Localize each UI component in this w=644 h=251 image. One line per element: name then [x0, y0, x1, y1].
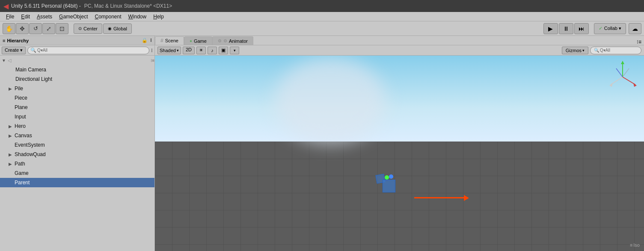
menu-bar: File Edit Assets GameObject Component Wi… [0, 12, 644, 21]
hierarchy-tree-menu[interactable]: ⁝ [151, 47, 153, 53]
menu-file[interactable]: File [3, 13, 18, 21]
scene-objects [385, 158, 410, 192]
menu-edit[interactable]: Edit [18, 13, 33, 21]
parent-label: Parent [15, 180, 30, 186]
hierarchy-item-parent[interactable]: Parent [0, 178, 154, 187]
svg-line-6 [616, 68, 623, 77]
step-button[interactable]: ⏭ [574, 23, 589, 34]
cloud-button[interactable]: ☁ [629, 23, 641, 34]
game-tab-icon: ● [190, 38, 192, 43]
scene-tabs: # Scene ● Game ⚙ ⚙ Animator ⁝≡ [155, 36, 644, 45]
sky-background [155, 56, 644, 144]
scene-panel-menu[interactable]: ⁝≡ [634, 39, 644, 45]
play-button[interactable]: ▶ [543, 23, 558, 34]
animator-tab-icon: ⚙ [218, 38, 222, 43]
animator-tab-icon2: ⚙ [223, 38, 227, 43]
sun-icon-button[interactable]: ☀ [196, 47, 206, 54]
hierarchy-lock-icon[interactable]: 🔒 [142, 38, 148, 43]
hierarchy-root-item[interactable]: ▼ ◁ ⁝≡ [0, 56, 154, 65]
hierarchy-item-main-camera[interactable]: Main Camera [0, 65, 154, 74]
hierarchy-header: ≡ Hierarchy 🔒 ⁝ [0, 36, 154, 45]
create-button[interactable]: Create ▾ [2, 47, 26, 54]
center-icon: ⊙ [78, 26, 82, 31]
path-label: Path [15, 161, 25, 167]
plane-label: Plane [15, 104, 28, 110]
menu-assets[interactable]: Assets [33, 13, 56, 21]
gizmo-arrow-x [414, 197, 466, 198]
collab-button[interactable]: ✓ Collab ▾ [594, 23, 626, 34]
create-label: Create ▾ [5, 47, 23, 53]
eventsystem-label: EventSystem [15, 142, 45, 148]
effects-button[interactable]: ▾ [230, 47, 239, 54]
hierarchy-item-game[interactable]: Game [0, 168, 154, 178]
iso-text: Iso [633, 242, 640, 248]
hierarchy-item-input[interactable]: Input [0, 112, 154, 121]
title-bar: ◀ Unity 5.6.1f1 Personal (64bit) - PC, M… [0, 0, 644, 12]
scene-panel: # Scene ● Game ⚙ ⚙ Animator ⁝≡ Shaded ▾ … [155, 36, 644, 251]
tab-game[interactable]: ● Game [184, 36, 212, 45]
hierarchy-toolbar: Create ▾ 🔍 Q▾All ⁝ [0, 45, 154, 56]
hierarchy-item-pile[interactable]: ▶ Pile [0, 84, 154, 93]
hierarchy-panel: ≡ Hierarchy 🔒 ⁝ Create ▾ 🔍 Q▾All ⁝ ▼ ◁ [0, 36, 155, 251]
twod-button[interactable]: 2D [183, 47, 195, 54]
shaded-arrow: ▾ [177, 48, 179, 53]
shaded-dropdown[interactable]: Shaded ▾ [157, 47, 181, 54]
root-icon: ◁ [8, 58, 11, 63]
tab-animator[interactable]: ⚙ ⚙ Animator [212, 36, 253, 45]
scale-tool-button[interactable]: ⤢ [42, 23, 55, 34]
gizmos-label: Gizmos [566, 48, 582, 53]
hierarchy-item-eventsystem[interactable]: EventSystem [0, 140, 154, 150]
input-label: Input [15, 114, 26, 120]
root-options: ⁝≡ [151, 58, 154, 63]
hierarchy-item-directional-light[interactable]: Directional Light [0, 74, 154, 84]
piece-label: Piece [15, 95, 27, 101]
hierarchy-item-plane[interactable]: Plane [0, 103, 154, 112]
global-button[interactable]: ◉ Global [103, 24, 132, 34]
hierarchy-item-hero[interactable]: ▶ Hero [0, 121, 154, 131]
hierarchy-search[interactable]: 🔍 Q▾All [27, 47, 149, 54]
hierarchy-item-shadowquad[interactable]: ▶ ShadowQuad [0, 150, 154, 159]
menu-window[interactable]: Window [125, 13, 150, 21]
svg-marker-1 [621, 61, 624, 64]
pivot-group: ⊙ Center ◉ Global [74, 24, 132, 34]
menu-component[interactable]: Component [91, 13, 125, 21]
rotate-tool-button[interactable]: ↺ [29, 23, 42, 34]
pile-label: Pile [15, 86, 23, 92]
orientation-gizmo [605, 60, 640, 94]
transform-tools: ✋ ✥ ↺ ⤢ ⊡ [3, 23, 68, 34]
pause-button[interactable]: ⏸ [559, 23, 573, 34]
scene-tab-icon: # [160, 38, 163, 44]
gizmos-button[interactable]: Gizmos ▾ [562, 47, 588, 54]
main-camera-label: Main Camera [15, 67, 46, 73]
hand-tool-button[interactable]: ✋ [3, 23, 15, 34]
canvas-label: Canvas [15, 133, 32, 139]
image-icon-button[interactable]: ▣ [219, 47, 228, 54]
hierarchy-item-canvas[interactable]: ▶ Canvas [0, 131, 154, 140]
center-label: Center [83, 26, 98, 31]
center-button[interactable]: ⊙ Center [74, 24, 102, 34]
scene-search-box[interactable]: 🔍 Q▾All [590, 47, 641, 54]
global-label: Global [113, 26, 127, 31]
shaded-label: Shaded [160, 48, 176, 53]
global-icon: ◉ [108, 26, 112, 31]
hero-label: Hero [15, 123, 26, 129]
move-tool-button[interactable]: ✥ [16, 23, 29, 34]
svg-line-7 [623, 68, 629, 77]
cube-blue [383, 180, 395, 192]
menu-help[interactable]: Help [150, 13, 167, 21]
sound-icon-button[interactable]: ♪ [208, 47, 217, 54]
hierarchy-item-piece[interactable]: Piece [0, 93, 154, 103]
dot-blue [389, 174, 393, 179]
rect-tool-button[interactable]: ⊡ [56, 23, 68, 34]
tab-scene[interactable]: # Scene [155, 36, 184, 45]
menu-gameobject[interactable]: GameObject [56, 13, 91, 21]
title-text: Unity 5.6.1f1 Personal (64bit) - [11, 3, 81, 9]
hierarchy-options-icon[interactable]: ⁝ [150, 38, 152, 43]
hierarchy-menu-icon: ≡ [3, 38, 5, 43]
hierarchy-title: Hierarchy [7, 38, 29, 43]
scene-viewport[interactable]: ≡ Iso [155, 56, 644, 251]
dot-green [385, 175, 389, 180]
gizmos-arrow: ▾ [582, 48, 585, 53]
hierarchy-tree: ▼ ◁ ⁝≡ Main Camera Directional Light ▶ P… [0, 56, 154, 251]
hierarchy-item-path[interactable]: ▶ Path [0, 159, 154, 168]
